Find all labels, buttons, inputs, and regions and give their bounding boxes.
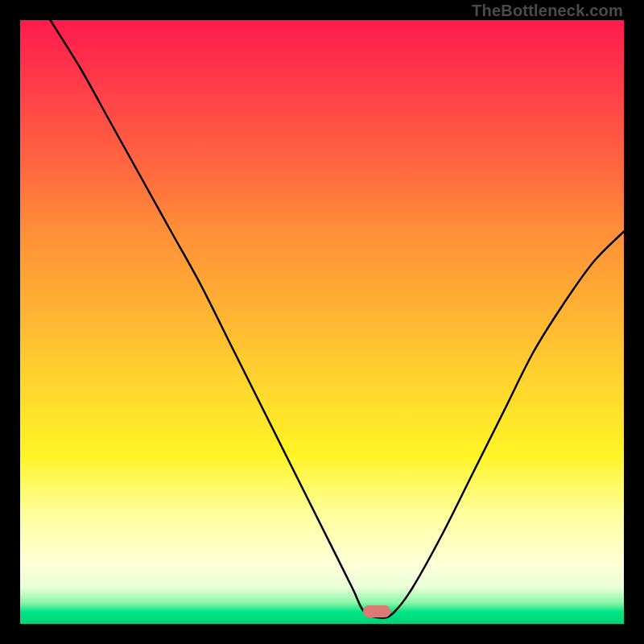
attribution-text: TheBottleneck.com — [472, 2, 623, 20]
plot-area — [20, 20, 624, 624]
bottleneck-curve — [51, 20, 625, 618]
curve-svg — [20, 20, 624, 624]
bottleneck-marker — [363, 605, 390, 617]
chart-frame: TheBottleneck.com — [0, 0, 644, 644]
